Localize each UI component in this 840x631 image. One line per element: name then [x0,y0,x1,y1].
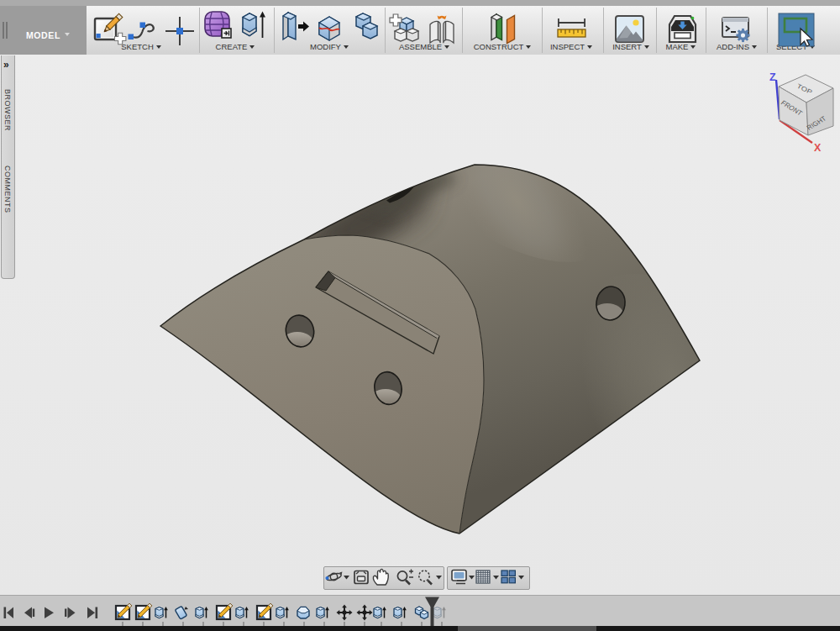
svg-text:Z: Z [769,71,776,83]
svg-text:X: X [814,142,822,154]
